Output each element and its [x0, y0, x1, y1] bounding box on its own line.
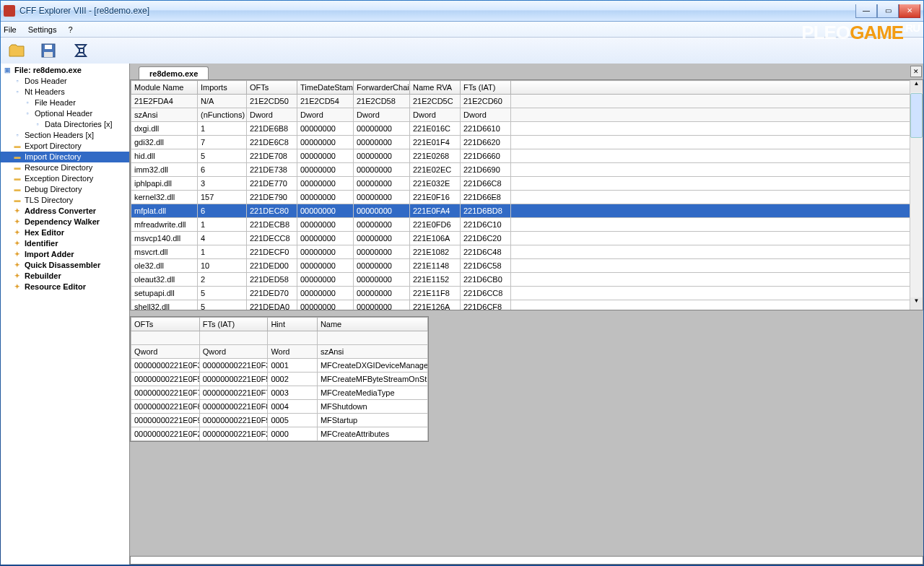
table-header[interactable]: FTs (IAT)	[199, 318, 268, 331]
page-icon: ▫	[32, 121, 43, 129]
tree-item-label: Data Directories [x]	[45, 120, 113, 129]
menu-settings[interactable]: Settings	[28, 25, 57, 34]
menu-bar: File Settings ?	[1, 22, 923, 38]
tool-icon: ✦	[12, 283, 22, 292]
table-row[interactable]: 00000000221E0F3A00000000221E0F3A0001MFCr…	[131, 359, 428, 373]
tree-item[interactable]: ✦Hex Editor	[1, 227, 129, 238]
tree-item[interactable]: ▫Optional Header	[1, 108, 129, 119]
tree-item[interactable]: ✦Rebuilder	[1, 271, 129, 282]
table-row[interactable]: dxgi.dll1221DE6B80000000000000000221E016…	[131, 122, 910, 136]
tab-file[interactable]: re8demo.exe	[139, 66, 209, 80]
tree-item[interactable]: ✦Quick Disassembler	[1, 260, 129, 271]
table-row[interactable]: kernel32.dll157221DE79000000000000000002…	[131, 191, 910, 204]
tree-item-label: Export Directory	[25, 142, 82, 151]
imports-table[interactable]: Module NameImportsOFTsTimeDateStampForwa…	[130, 79, 923, 310]
table-row[interactable]: oleaut32.dll2221DED580000000000000000221…	[131, 273, 910, 287]
tree-item-label: File Header	[35, 98, 76, 108]
table-header[interactable]: ForwarderChain	[354, 81, 410, 95]
tool-icon: ✦	[12, 251, 22, 259]
menu-file[interactable]: File	[4, 25, 17, 34]
tree-item-label: Import Directory	[25, 152, 81, 162]
status-bar	[130, 556, 923, 565]
nav-tree[interactable]: ▣File: re8demo.exe▫Dos Header▫Nt Headers…	[1, 64, 129, 294]
settings-icon[interactable]	[71, 42, 89, 59]
table-header[interactable]: Hint	[268, 318, 318, 331]
tree-item-label: Nt Headers	[25, 87, 65, 97]
tree-item-label: Optional Header	[35, 109, 92, 118]
tree-item[interactable]: ▫Section Headers [x]	[1, 130, 129, 141]
menu-help[interactable]: ?	[68, 25, 72, 34]
title-bar: CFF Explorer VIII - [re8demo.exe] — ▭ ✕	[1, 1, 923, 22]
tab-close-button[interactable]: ✕	[910, 66, 922, 77]
table-header[interactable]: Name RVA	[410, 81, 461, 95]
svg-rect-1	[45, 45, 52, 49]
folder-icon: ▬	[12, 164, 22, 173]
tree-item[interactable]: ▫Data Directories [x]	[1, 119, 129, 130]
minimize-button[interactable]: —	[855, 4, 877, 18]
tree-item-label: Rebuilder	[25, 271, 61, 281]
tool-icon: ✦	[12, 207, 22, 216]
tree-item[interactable]: ✦Resource Editor	[1, 282, 129, 292]
table-row[interactable]: mfreadwrite.dll1221DECB80000000000000000…	[131, 218, 910, 232]
tree-item-label: Address Converter	[25, 206, 96, 216]
page-icon: ▫	[12, 77, 22, 86]
imports-scrollbar[interactable]: ▲▼	[910, 80, 923, 310]
tree-item-label: Hex Editor	[25, 228, 64, 238]
tool-icon: ✦	[12, 240, 22, 248]
table-header[interactable]: OFTs	[247, 81, 297, 95]
tree-item[interactable]: ▬Exception Directory	[1, 173, 129, 184]
table-row[interactable]: hid.dll5221DE7080000000000000000221E0268…	[131, 149, 910, 163]
open-icon[interactable]	[8, 42, 25, 59]
sidebar[interactable]: ▣File: re8demo.exe▫Dos Header▫Nt Headers…	[1, 64, 130, 565]
table-row[interactable]: shell32.dll5221DEDA00000000000000000221E…	[131, 300, 910, 311]
tree-item-label: File: re8demo.exe	[14, 66, 82, 75]
tree-item[interactable]: ▬Import Directory	[1, 152, 129, 162]
tree-item-label: Dos Header	[25, 77, 67, 86]
tree-item[interactable]: ▬TLS Directory	[1, 195, 129, 206]
table-row[interactable]: msvcp140.dll4221DECC80000000000000000221…	[131, 232, 910, 245]
folder-icon: ▬	[12, 175, 22, 183]
functions-table[interactable]: OFTsFTs (IAT)HintName QwordQwordWordszAn…	[130, 316, 429, 442]
table-row[interactable]: gdi32.dll7221DE6C80000000000000000221E01…	[131, 136, 910, 149]
tree-item[interactable]: ✦Identifier	[1, 238, 129, 249]
tree-item[interactable]: ▫Dos Header	[1, 76, 129, 87]
tree-item[interactable]: ▬Export Directory	[1, 141, 129, 152]
table-header[interactable]: Name	[317, 318, 427, 331]
table-header[interactable]: OFTs	[131, 318, 200, 331]
tree-item[interactable]: ▣File: re8demo.exe	[1, 65, 129, 76]
tree-item-label: Identifier	[25, 239, 58, 248]
table-row[interactable]: iphlpapi.dll3221DE7700000000000000000221…	[131, 177, 910, 191]
tree-item[interactable]: ✦Import Adder	[1, 249, 129, 260]
tree-item[interactable]: ✦Dependency Walker	[1, 217, 129, 227]
table-header[interactable]: Imports	[198, 81, 247, 95]
tree-item[interactable]: ▫Nt Headers	[1, 87, 129, 97]
table-row[interactable]: msvcrt.dll1221DECF00000000000000000221E1…	[131, 245, 910, 259]
tree-item-label: Quick Disassembler	[25, 261, 100, 270]
table-row[interactable]: mfplat.dll6221DEC800000000000000000221E0…	[131, 204, 910, 218]
table-row[interactable]: imm32.dll6221DE7380000000000000000221E02…	[131, 163, 910, 177]
table-row[interactable]: 00000000221E0F9800000000221E0F980005MFSt…	[131, 414, 428, 427]
table-row[interactable]: 00000000221E0F5600000000221E0F560002MFCr…	[131, 373, 428, 386]
window-title: CFF Explorer VIII - [re8demo.exe]	[19, 6, 149, 16]
folder-icon: ▬	[12, 153, 22, 162]
tree-item-label: Import Adder	[25, 250, 74, 259]
tree-item[interactable]: ▬Debug Directory	[1, 184, 129, 195]
tool-icon: ✦	[12, 272, 22, 281]
app-icon	[4, 5, 15, 17]
table-header[interactable]: TimeDateStamp	[297, 81, 354, 95]
table-header[interactable]: FTs (IAT)	[461, 81, 511, 95]
save-icon[interactable]	[40, 42, 57, 59]
table-row[interactable]: setupapi.dll5221DED700000000000000000221…	[131, 287, 910, 300]
table-row[interactable]: ole32.dll10221DED000000000000000000221E1…	[131, 259, 910, 273]
table-header[interactable]: Module Name	[131, 81, 198, 95]
tree-item[interactable]: ✦Address Converter	[1, 206, 129, 217]
table-row[interactable]: 00000000221E0F7600000000221E0F760003MFCr…	[131, 386, 428, 400]
file-icon: ▣	[2, 66, 12, 75]
table-row[interactable]: 00000000221E0F2400000000221E0F240000MFCr…	[131, 427, 428, 441]
tree-item-label: Exception Directory	[25, 174, 93, 183]
tree-item[interactable]: ▫File Header	[1, 97, 129, 108]
maximize-button[interactable]: ▭	[877, 4, 899, 18]
tree-item[interactable]: ▬Resource Directory	[1, 162, 129, 173]
close-button[interactable]: ✕	[899, 4, 920, 18]
table-row[interactable]: 00000000221E0F8A00000000221E0F8A0004MFSh…	[131, 400, 428, 414]
